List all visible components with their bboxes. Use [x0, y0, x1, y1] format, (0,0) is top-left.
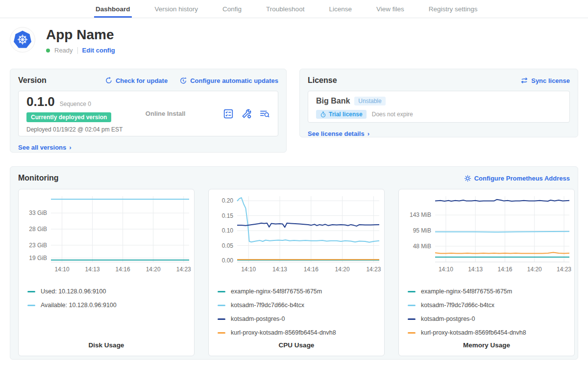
- check-for-update-button[interactable]: Check for update: [105, 77, 168, 84]
- disk-usage-legend: Used: 10.128.0.96:9100Available: 10.128.…: [27, 285, 194, 312]
- svg-text:14:20: 14:20: [335, 266, 350, 273]
- memory-usage-panel: 14:1014:1314:1614:2014:23143 MiB95 MiB48…: [398, 189, 575, 356]
- license-card-title: License: [308, 76, 337, 85]
- sequence-label: Sequence 0: [60, 101, 91, 107]
- legend-item: kotsadm-postgres-0: [408, 312, 574, 326]
- tab-dashboard[interactable]: Dashboard: [94, 0, 132, 18]
- chart-title: Memory Usage: [399, 341, 574, 349]
- tab-license[interactable]: License: [327, 0, 353, 18]
- svg-text:28 GiB: 28 GiB: [29, 226, 47, 233]
- svg-text:0.05: 0.05: [222, 242, 234, 249]
- see-license-details-label: See license details: [308, 130, 365, 137]
- svg-text:14:20: 14:20: [146, 266, 161, 273]
- kubernetes-logo-icon: [10, 27, 35, 52]
- svg-text:14:23: 14:23: [366, 266, 381, 273]
- svg-text:14:16: 14:16: [116, 266, 130, 273]
- currently-deployed-badge: Currently deployed version: [26, 112, 111, 122]
- legend-item: kotsadm-7f9dc7d66c-b4tcx: [218, 298, 384, 312]
- legend-label: kotsadm-7f9dc7d66c-b4tcx: [421, 302, 494, 309]
- license-card: License Sync license Big Bank Unstable: [299, 69, 578, 137]
- deployed-timestamp: Deployed 01/19/22 @ 02:04 pm EST: [26, 126, 122, 133]
- top-nav: Dashboard Version history Config Trouble…: [0, 0, 588, 18]
- gear-icon: [464, 175, 471, 182]
- sync-icon: [520, 77, 528, 84]
- disk-usage-panel: 14:1014:1314:1614:2014:2333 GiB28 GiB23 …: [18, 189, 195, 356]
- preflight-checks-icon[interactable]: [223, 108, 234, 119]
- legend-color-dash: [218, 332, 225, 334]
- license-expiry-text: Does not expire: [372, 111, 413, 118]
- sync-license-label: Sync license: [531, 77, 570, 84]
- chevron-right-icon: ›: [368, 130, 369, 137]
- tab-registry-settings[interactable]: Registry settings: [427, 0, 479, 18]
- stopwatch-icon: [320, 111, 326, 118]
- disk-usage-chart: 14:1014:1314:1614:2014:2333 GiB28 GiB23 …: [19, 192, 194, 277]
- svg-text:14:16: 14:16: [497, 266, 512, 273]
- legend-color-dash: [408, 318, 416, 320]
- configure-prometheus-button[interactable]: Configure Prometheus Address: [464, 175, 570, 182]
- tab-troubleshoot[interactable]: Troubleshoot: [265, 0, 306, 18]
- memory-usage-legend: example-nginx-54f8f76755-l675mkotsadm-7f…: [408, 285, 574, 340]
- svg-text:48 MiB: 48 MiB: [413, 243, 431, 250]
- svg-text:19 GiB: 19 GiB: [29, 255, 47, 261]
- app-status-text: Ready: [54, 47, 73, 54]
- view-deploy-logs-icon[interactable]: [259, 108, 270, 119]
- legend-color-dash: [408, 291, 416, 292]
- legend-color-dash: [27, 305, 35, 306]
- divider: [77, 47, 78, 54]
- legend-color-dash: [27, 291, 35, 292]
- chart-title: CPU Usage: [209, 341, 384, 349]
- edit-config-wrench-icon[interactable]: [241, 108, 252, 119]
- legend-label: kotsadm-postgres-0: [421, 315, 475, 322]
- tab-version-history[interactable]: Version history: [153, 0, 200, 18]
- edit-config-link[interactable]: Edit config: [82, 47, 115, 54]
- legend-label: Used: 10.128.0.96:9100: [41, 288, 106, 295]
- app-header: App Name Ready Edit config: [10, 27, 588, 54]
- check-for-update-label: Check for update: [116, 77, 168, 84]
- tab-view-files[interactable]: View files: [375, 0, 406, 18]
- svg-text:14:13: 14:13: [85, 266, 100, 273]
- see-all-versions-label: See all versions: [18, 144, 66, 151]
- legend-item: example-nginx-54f8f76755-l675m: [408, 285, 574, 298]
- legend-color-dash: [408, 305, 416, 306]
- legend-item: kotsadm-postgres-0: [218, 312, 384, 326]
- svg-text:14:10: 14:10: [55, 266, 70, 273]
- trial-license-badge: Trial license: [316, 110, 367, 119]
- svg-text:95 MiB: 95 MiB: [413, 227, 431, 234]
- page-title: App Name: [46, 27, 115, 43]
- legend-color-dash: [218, 291, 225, 292]
- install-type-label: Online Install: [146, 110, 186, 117]
- see-license-details-link[interactable]: See license details ›: [308, 130, 369, 137]
- svg-text:14:23: 14:23: [176, 266, 191, 273]
- svg-text:0.00: 0.00: [222, 257, 234, 264]
- svg-text:14:20: 14:20: [527, 266, 542, 273]
- memory-usage-chart: 14:1014:1314:1614:2014:23143 MiB95 MiB48…: [399, 192, 574, 277]
- tab-config[interactable]: Config: [221, 0, 243, 18]
- svg-text:0.20: 0.20: [222, 197, 234, 204]
- cpu-usage-panel: 14:1014:1314:1614:2014:230.200.150.100.0…: [208, 189, 385, 356]
- svg-text:0.15: 0.15: [222, 212, 234, 219]
- legend-item: Used: 10.128.0.96:9100: [27, 285, 194, 298]
- version-card-title: Version: [18, 76, 47, 85]
- cpu-usage-chart: 14:1014:1314:1614:2014:230.200.150.100.0…: [209, 192, 384, 277]
- legend-item: kurl-proxy-kotsadm-8569fb6454-dnvh8: [408, 326, 574, 340]
- schedule-update-icon: [179, 77, 187, 84]
- legend-label: example-nginx-54f8f76755-l675m: [421, 288, 512, 295]
- svg-text:14:23: 14:23: [557, 266, 571, 273]
- sync-license-button[interactable]: Sync license: [520, 77, 570, 84]
- legend-color-dash: [218, 318, 225, 320]
- ready-status-dot: [46, 49, 50, 52]
- svg-text:143 MiB: 143 MiB: [410, 211, 431, 218]
- svg-text:14:13: 14:13: [272, 266, 287, 273]
- svg-text:14:13: 14:13: [468, 266, 483, 273]
- svg-text:0.10: 0.10: [222, 227, 234, 234]
- svg-text:33 GiB: 33 GiB: [29, 209, 47, 216]
- version-number: 0.1.0: [26, 94, 55, 109]
- legend-item: kotsadm-7f9dc7d66c-b4tcx: [408, 298, 574, 312]
- version-card: Version Check for update Configure au: [10, 69, 287, 153]
- legend-item: kurl-proxy-kotsadm-8569fb6454-dnvh8: [218, 326, 384, 340]
- legend-label: kotsadm-7f9dc7d66c-b4tcx: [231, 302, 304, 309]
- configure-automatic-updates-label: Configure automatic updates: [190, 77, 278, 84]
- monitoring-title: Monitoring: [18, 174, 59, 183]
- see-all-versions-link[interactable]: See all versions ›: [18, 144, 72, 151]
- configure-automatic-updates-button[interactable]: Configure automatic updates: [179, 77, 278, 84]
